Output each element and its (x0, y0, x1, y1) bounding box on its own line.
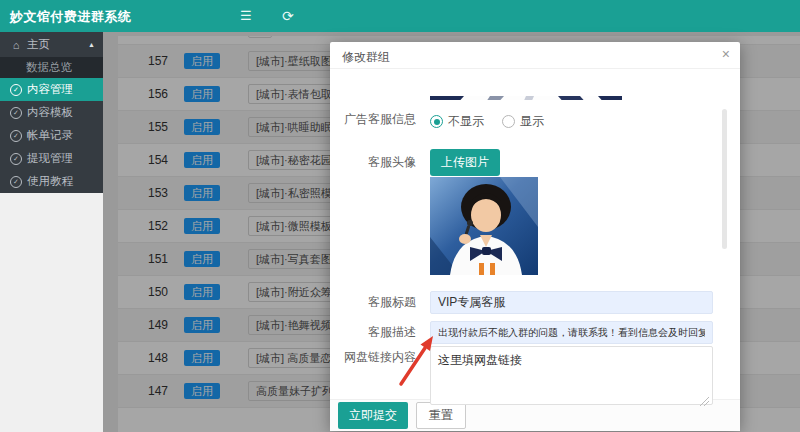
app-title: 妙文馆付费进群系统 (10, 8, 132, 26)
sidebar-item-label: 帐单记录 (27, 128, 73, 143)
check-circle-icon: ✓ (10, 107, 22, 119)
close-icon[interactable]: × (722, 47, 730, 61)
sidebar-item-content-template[interactable]: ✓ 内容模板 (0, 101, 103, 124)
sidebar-item-withdraw-manage[interactable]: ✓ 提现管理 (0, 147, 103, 170)
sidebar-item-home[interactable]: ⌂ 主页 ▲ (0, 32, 103, 57)
menu-icon[interactable]: ☰ (240, 9, 252, 23)
service-title-label: 客服标题 (340, 294, 416, 310)
sidebar-item-label: 内容管理 (27, 82, 73, 97)
sidebar-item-tutorial[interactable]: ✓ 使用教程 (0, 170, 103, 193)
modal-body: 广告客服信息 不显示 显示 客服头像 上传图片 (330, 69, 740, 399)
check-circle-icon: ✓ (10, 176, 22, 188)
resize-grip-icon[interactable] (700, 397, 709, 406)
radio-selected-icon[interactable] (430, 115, 443, 128)
sidebar-item-data-overview[interactable]: 数据总览 (0, 57, 103, 78)
service-desc-label: 客服描述 (340, 324, 416, 340)
radio-unselected-icon[interactable] (502, 115, 515, 128)
pan-link-label: 网盘链接内容 (340, 349, 416, 365)
avatar-label: 客服头像 (340, 154, 416, 170)
sidebar-item-label: 使用教程 (27, 174, 73, 189)
home-icon: ⌂ (10, 39, 22, 51)
upload-image-button[interactable]: 上传图片 (430, 149, 500, 176)
ad-info-label: 广告客服信息 (340, 111, 416, 127)
sidebar-item-content-manage[interactable]: ✓ 内容管理 (0, 78, 103, 101)
radio-show-label[interactable]: 显示 (520, 113, 544, 130)
service-title-input[interactable] (430, 291, 713, 314)
check-circle-icon: ✓ (10, 153, 22, 165)
radio-hide-label[interactable]: 不显示 (448, 113, 484, 130)
sidebar: ⌂ 主页 ▲ 数据总览 ✓ 内容管理 ✓ 内容模板 ✓ 帐单记录 ✓ 提现管理 … (0, 32, 103, 432)
modal-header: 修改群组 × (330, 42, 740, 69)
check-circle-icon: ✓ (10, 84, 22, 96)
chevron-up-icon: ▲ (88, 41, 95, 48)
scrolled-photo-bottom-edge (430, 91, 622, 100)
sidebar-item-label: 内容模板 (27, 105, 73, 120)
refresh-icon[interactable]: ⟳ (282, 9, 294, 23)
sidebar-item-bill-records[interactable]: ✓ 帐单记录 (0, 124, 103, 147)
ad-info-radio-group: 不显示 显示 (430, 113, 544, 130)
reset-button[interactable]: 重置 (416, 402, 466, 429)
sidebar-item-label: 主页 (27, 37, 50, 52)
avatar-photo (430, 177, 538, 275)
modal-title: 修改群组 (342, 49, 390, 66)
modal-scrollbar-thumb[interactable] (722, 109, 727, 249)
service-desc-input[interactable] (430, 321, 713, 344)
sidebar-item-label: 数据总览 (26, 60, 72, 75)
pan-link-textarea[interactable]: 这里填网盘链接 (430, 346, 713, 405)
edit-group-modal: 修改群组 × 广告客服信息 不显示 显示 客服头像 上传图片 (330, 42, 740, 430)
submit-button[interactable]: 立即提交 (338, 402, 408, 429)
check-circle-icon: ✓ (10, 130, 22, 142)
top-bar: 妙文馆付费进群系统 ☰ ⟳ (0, 0, 800, 32)
sidebar-item-label: 提现管理 (27, 151, 73, 166)
